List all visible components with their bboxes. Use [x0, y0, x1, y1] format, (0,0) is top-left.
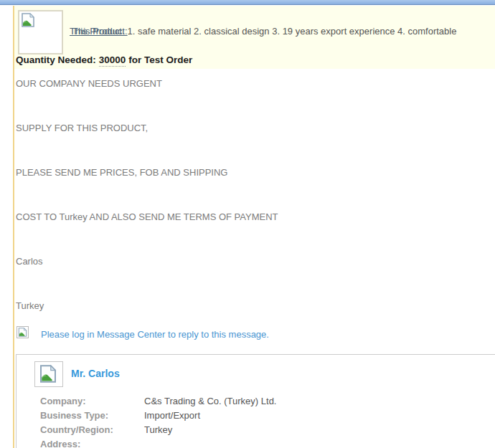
message-line: Carlos: [16, 256, 43, 267]
field-value: Turkey: [144, 424, 172, 435]
broken-image-icon: [18, 328, 27, 337]
profile-field-row: Address:: [40, 439, 144, 448]
quantity-suffix: for Test Order: [128, 54, 192, 65]
field-value: Import/Export: [144, 410, 200, 421]
field-value: C&s Trading & Co. (Turkey) Ltd.: [144, 396, 276, 406]
product-summary-line: This Product:This Product:1. safe materi…: [70, 26, 491, 37]
field-label: Country/Region:: [40, 424, 144, 435]
quantity-needed-line: Quantity Needed:30000for Test Order: [16, 54, 192, 65]
sender-avatar[interactable]: [34, 361, 63, 387]
field-label: Address:: [40, 439, 144, 448]
quote-left-border: [13, 6, 14, 448]
profile-field-row: Company:C&s Trading & Co. (Turkey) Ltd.: [40, 396, 276, 406]
sender-profile-card: Mr. Carlos Company:C&s Trading & Co. (Tu…: [16, 354, 495, 448]
message-line: Turkey: [16, 300, 44, 311]
message-line: COST TO Turkey AND ALSO SEND ME TERMS OF…: [16, 211, 278, 222]
this-product-link[interactable]: This Product:This Product:: [70, 26, 125, 37]
broken-image-icon: [21, 13, 35, 27]
profile-field-row: Country/Region:Turkey: [40, 424, 172, 435]
quantity-label: Quantity Needed:: [16, 54, 96, 65]
product-summary-text: 1. safe material 2. classical design 3. …: [128, 26, 457, 37]
field-label: Company:: [40, 396, 144, 406]
this-product-link-ghost: This Product:: [72, 26, 128, 37]
top-border-bar: [0, 0, 495, 5]
product-image-placeholder[interactable]: [18, 10, 63, 54]
message-line: SUPPLY FOR THIS PRODUCT,: [16, 123, 148, 133]
message-center-login-link[interactable]: Please log in Message Center to reply to…: [41, 329, 269, 340]
sender-name-link[interactable]: Mr. Carlos: [71, 368, 120, 379]
message-line: OUR COMPANY NEEDS URGENT: [16, 78, 162, 89]
message-line: PLEASE SEND ME PRICES, FOB AND SHIPPING: [16, 167, 227, 178]
profile-field-row: Business Type:Import/Export: [40, 410, 200, 421]
field-label: Business Type:: [40, 410, 144, 421]
product-inquiry-header: This Product:This Product:1. safe materi…: [14, 6, 495, 69]
quantity-value: 30000: [99, 54, 126, 67]
broken-image-icon: [39, 365, 57, 383]
reply-notice-icon: [16, 326, 29, 338]
